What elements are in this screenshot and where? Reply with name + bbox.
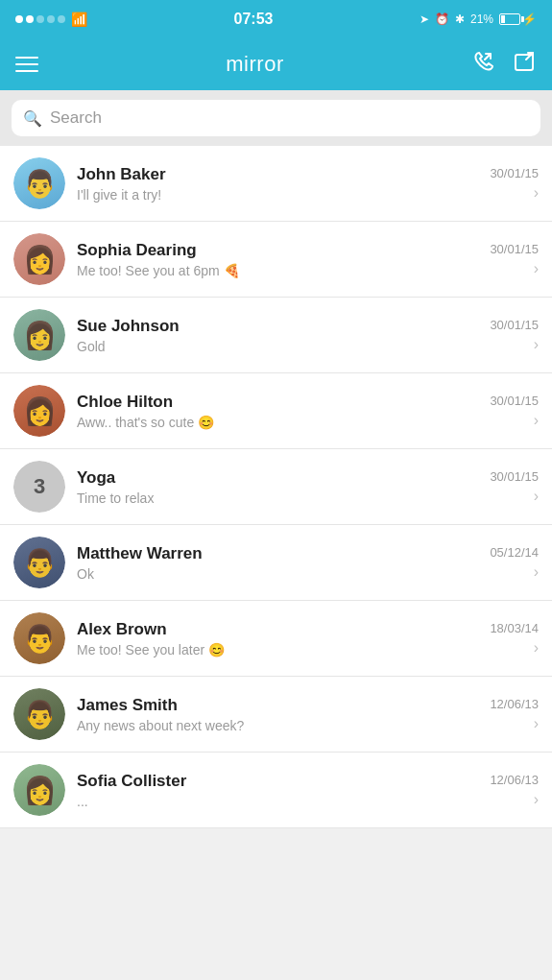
conversation-item-john-baker[interactable]: 👨 John Baker I'll give it a try! 30/01/1… [0,146,552,222]
conversation-item-chloe-hilton[interactable]: 👩 Chloe Hilton Aww.. that's so cute 😊 30… [0,373,552,449]
compose-icon[interactable] [512,49,537,80]
battery-percent: 21% [470,12,493,26]
chevron-icon-john-baker: › [534,184,539,202]
conversation-meta-sophia-dearing: 30/01/15 › [490,242,539,277]
conversation-item-matthew-warren[interactable]: 👨 Matthew Warren Ok 05/12/14 › [0,525,552,601]
search-icon: 🔍 [23,109,42,128]
conversation-preview-john-baker: I'll give it a try! [77,187,482,203]
conversation-content-sue-johnson: Sue Johnson Gold [77,317,482,354]
conversation-name-james-smith: James Smith [77,696,482,715]
chevron-icon-sophia-dearing: › [534,260,539,277]
avatar-john-baker: 👨 [13,157,65,209]
search-container: 🔍 Search [0,90,552,146]
conversation-date-john-baker: 30/01/15 [490,166,539,180]
conversation-date-matthew-warren: 05/12/14 [490,545,539,560]
conversation-date-chloe-hilton: 30/01/15 [490,394,539,408]
conversation-meta-chloe-hilton: 30/01/15 › [490,394,539,429]
conversation-content-john-baker: John Baker I'll give it a try! [77,165,482,203]
conversation-list: 👨 John Baker I'll give it a try! 30/01/1… [0,146,552,828]
avatar-james-smith: 👨 [13,688,65,740]
charging-icon: ⚡ [522,12,537,26]
signal-dot-1 [15,15,23,23]
search-placeholder[interactable]: Search [50,108,102,128]
conversation-preview-alex-brown: Me too! See you later 😊 [77,642,482,657]
signal-dot-2 [26,15,34,23]
header-icons [471,49,537,80]
search-bar[interactable]: 🔍 Search [12,100,540,136]
location-icon: ➤ [420,12,429,26]
signal-dot-5 [58,15,65,23]
app-title: mirror [226,52,283,77]
conversation-preview-sofia-collister: ... [77,794,482,809]
alarm-icon: ⏰ [435,12,449,26]
conversation-meta-sue-johnson: 30/01/15 › [490,318,539,353]
conversation-name-sue-johnson: Sue Johnson [77,317,482,336]
avatar-matthew-warren: 👨 [13,537,65,588]
conversation-content-yoga: Yoga Time to relax [77,468,482,506]
conversation-name-john-baker: John Baker [77,165,482,184]
signal-dot-3 [36,15,44,23]
conversation-meta-matthew-warren: 05/12/14 › [490,545,539,581]
conversation-name-sofia-collister: Sofia Collister [77,772,482,791]
conversation-item-yoga[interactable]: 3 Yoga Time to relax 30/01/15 › [0,449,552,525]
conversation-name-yoga: Yoga [77,468,482,488]
chevron-icon-james-smith: › [534,715,539,732]
conversation-content-james-smith: James Smith Any news about next week? [77,696,482,733]
signal-dots [15,15,65,23]
conversation-content-matthew-warren: Matthew Warren Ok [77,544,482,582]
conversation-preview-yoga: Time to relax [77,490,482,506]
status-bar: 📶 07:53 ➤ ⏰ ✱ 21% ⚡ [0,0,552,38]
conversation-item-james-smith[interactable]: 👨 James Smith Any news about next week? … [0,677,552,753]
conversation-preview-chloe-hilton: Aww.. that's so cute 😊 [77,415,482,430]
menu-line-2 [15,63,38,65]
chevron-icon-sofia-collister: › [534,791,539,808]
status-right: ➤ ⏰ ✱ 21% ⚡ [420,12,537,26]
conversation-item-alex-brown[interactable]: 👨 Alex Brown Me too! See you later 😊 18/… [0,601,552,677]
conversation-date-sue-johnson: 30/01/15 [490,318,539,332]
svg-rect-0 [516,55,533,70]
chevron-icon-sue-johnson: › [534,336,539,353]
chevron-icon-yoga: › [534,488,539,505]
conversation-content-sophia-dearing: Sophia Dearing Me too! See you at 6pm 🍕 [77,241,482,278]
conversation-preview-matthew-warren: Ok [77,566,482,582]
conversation-preview-sue-johnson: Gold [77,339,482,354]
avatar-sophia-dearing: 👩 [13,233,65,285]
avatar-yoga: 3 [13,461,65,513]
conversation-meta-alex-brown: 18/03/14 › [490,621,539,657]
conversation-date-yoga: 30/01/15 [490,469,539,484]
conversation-item-sofia-collister[interactable]: 👩 Sofia Collister ... 12/06/13 › [0,753,552,828]
conversation-name-chloe-hilton: Chloe Hilton [77,393,482,412]
avatar-sue-johnson: 👩 [13,309,65,361]
conversation-date-james-smith: 12/06/13 [490,697,539,711]
conversation-item-sue-johnson[interactable]: 👩 Sue Johnson Gold 30/01/15 › [0,298,552,373]
conversation-meta-sofia-collister: 12/06/13 › [490,773,539,808]
conversation-date-sofia-collister: 12/06/13 [490,773,539,787]
chevron-icon-matthew-warren: › [534,563,539,581]
conversation-meta-james-smith: 12/06/13 › [490,697,539,732]
conversation-item-sophia-dearing[interactable]: 👩 Sophia Dearing Me too! See you at 6pm … [0,222,552,298]
battery-icon [499,13,520,25]
app-header: mirror [0,38,552,90]
avatar-alex-brown: 👨 [13,612,65,664]
conversation-name-sophia-dearing: Sophia Dearing [77,241,482,260]
conversation-content-sofia-collister: Sofia Collister ... [77,772,482,809]
conversation-date-sophia-dearing: 30/01/15 [490,242,539,256]
conversation-meta-john-baker: 30/01/15 › [490,166,539,202]
chevron-icon-chloe-hilton: › [534,412,539,429]
menu-button[interactable] [15,57,38,72]
menu-line-1 [15,57,38,59]
battery-fill [501,15,505,23]
conversation-name-matthew-warren: Matthew Warren [77,544,482,563]
conversation-date-alex-brown: 18/03/14 [490,621,539,635]
bluetooth-icon: ✱ [455,12,465,26]
conversation-content-chloe-hilton: Chloe Hilton Aww.. that's so cute 😊 [77,393,482,430]
battery-indicator: ⚡ [499,12,537,26]
conversation-preview-james-smith: Any news about next week? [77,718,482,733]
conversation-preview-sophia-dearing: Me too! See you at 6pm 🍕 [77,263,482,278]
conversation-name-alex-brown: Alex Brown [77,620,482,639]
status-time: 07:53 [234,11,274,28]
chevron-icon-alex-brown: › [534,639,539,657]
avatar-sofia-collister: 👩 [13,764,65,816]
conversation-meta-yoga: 30/01/15 › [490,469,539,505]
call-icon[interactable] [471,49,496,80]
